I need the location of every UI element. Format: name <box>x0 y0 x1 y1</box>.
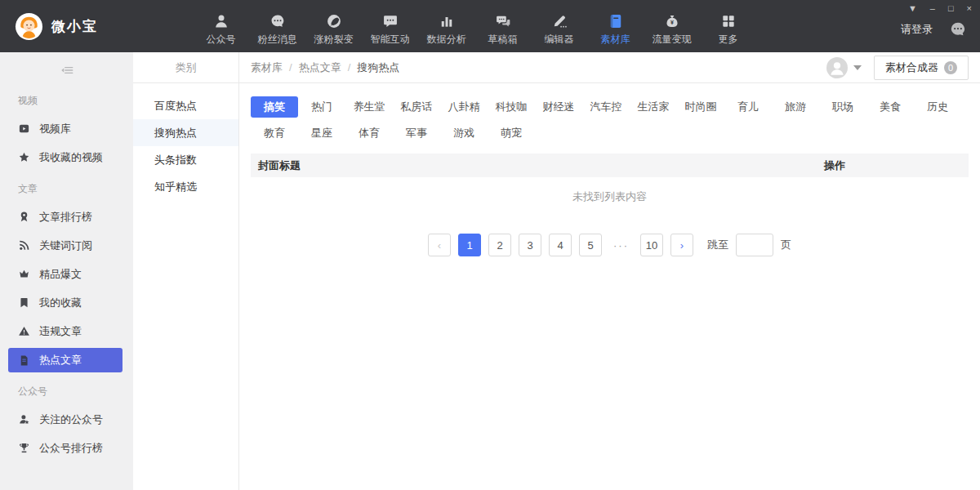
breadcrumb-item: / <box>289 61 292 74</box>
breadcrumb-item[interactable]: 素材库 <box>251 60 283 75</box>
tag[interactable]: 汽车控 <box>582 96 630 118</box>
money-bag-icon: ¥ <box>664 13 680 29</box>
tag[interactable]: 科技咖 <box>488 96 535 118</box>
page-button: ··· <box>609 234 633 256</box>
minimize-button[interactable]: – <box>930 2 935 14</box>
chat-round-icon <box>270 13 286 29</box>
page-buttons: ‹12345···10› <box>428 234 693 256</box>
tag[interactable]: 旅游 <box>772 96 819 118</box>
tag[interactable]: 军事 <box>393 122 440 144</box>
rss-icon <box>18 239 30 252</box>
medal-icon <box>18 211 30 223</box>
sidebar-item[interactable]: 我的收藏 <box>0 288 133 317</box>
pagination: ‹12345···10› 跳至 页 <box>251 234 969 256</box>
sidebar-item[interactable]: 热点文章 <box>8 348 122 372</box>
main-header: 素材库/热点文章/搜狗热点 素材合成器 0 <box>239 52 980 83</box>
tag[interactable]: 搞笑 <box>251 96 298 118</box>
page-unit-label: 页 <box>781 238 791 252</box>
chat-square-icon <box>382 13 399 29</box>
breadcrumb-item[interactable]: 热点文章 <box>299 60 341 75</box>
topnav-item[interactable]: 更多 <box>700 13 756 47</box>
topnav-item[interactable]: 编辑器 <box>531 13 587 47</box>
sidebar-item[interactable]: 公众号排行榜 <box>0 434 133 462</box>
avatar[interactable] <box>826 57 848 78</box>
topnav-item[interactable]: 智能互动 <box>362 13 418 47</box>
column-action: 操作 <box>824 158 845 173</box>
tag[interactable]: 教育 <box>251 122 298 144</box>
tag[interactable]: 私房话 <box>393 96 440 118</box>
tag[interactable]: 历史 <box>914 96 961 118</box>
tag[interactable]: 时尚圈 <box>677 96 724 118</box>
tag[interactable]: 职场 <box>819 96 866 118</box>
rocket-icon <box>326 13 342 29</box>
breadcrumb-item[interactable]: 搜狗热点 <box>357 60 399 75</box>
star-icon <box>18 151 30 163</box>
page-button[interactable]: ‹ <box>428 234 451 256</box>
sidebar-section-label: 公众号 <box>0 374 133 405</box>
tag[interactable]: 生活家 <box>630 96 677 118</box>
sidebar-item[interactable]: 关注的公众号 <box>0 405 133 434</box>
tag[interactable]: 星座 <box>298 122 345 144</box>
tag[interactable]: 萌宠 <box>488 122 535 144</box>
topbar-right: 请登录 <box>901 20 980 38</box>
tag[interactable]: 热门 <box>298 96 345 118</box>
page-button[interactable]: 3 <box>519 234 541 256</box>
category-item[interactable]: 知乎精选 <box>133 173 238 200</box>
drafts-icon <box>495 13 511 29</box>
topnav-item[interactable]: 公众号 <box>193 13 249 47</box>
page-button[interactable]: 2 <box>488 234 511 256</box>
topnav-item[interactable]: 粉丝消息 <box>249 13 305 47</box>
tag[interactable]: 财经迷 <box>535 96 582 118</box>
composer-count-badge: 0 <box>944 61 957 74</box>
trophy-icon <box>18 442 30 454</box>
header-right: 素材合成器 0 <box>826 56 969 80</box>
page-button[interactable]: 4 <box>549 234 572 256</box>
page-button[interactable]: › <box>670 234 693 256</box>
sidebar-section-label: 视频 <box>0 83 133 114</box>
category-item[interactable]: 搜狗热点 <box>133 119 238 146</box>
collapse-icon <box>60 63 74 78</box>
tag[interactable]: 八卦精 <box>440 96 488 118</box>
sidebar-item[interactable]: 违规文章 <box>0 317 133 345</box>
close-button[interactable]: × <box>967 2 972 14</box>
tag[interactable]: 育儿 <box>724 96 772 118</box>
topnav-item[interactable]: 涨粉裂变 <box>305 13 362 47</box>
document-icon <box>18 354 30 367</box>
topnav-item[interactable]: 数据分析 <box>418 13 474 47</box>
category-item[interactable]: 百度热点 <box>133 92 238 119</box>
topnav-item[interactable]: 素材库 <box>587 13 644 47</box>
jump-label: 跳至 <box>707 238 728 252</box>
topnav-item[interactable]: ¥ 流量变现 <box>644 13 700 47</box>
sidebar-item[interactable]: 关键词订阅 <box>0 231 133 260</box>
page-button[interactable]: 1 <box>458 234 481 256</box>
category-item[interactable]: 头条指数 <box>133 146 238 173</box>
top-navigation: 公众号 粉丝消息 涨粉裂变 智能互动 数据分析 <box>193 13 756 47</box>
sidebar-item[interactable]: 文章排行榜 <box>0 203 133 231</box>
svg-text:¥: ¥ <box>670 20 674 26</box>
topnav-item[interactable]: 草稿箱 <box>474 13 531 47</box>
sidebar: 视频 视频库 我收藏的视频 文章 <box>0 52 133 490</box>
material-composer-button[interactable]: 素材合成器 0 <box>874 56 969 80</box>
category-header: 类别 <box>133 52 238 83</box>
crown-icon <box>18 268 30 280</box>
maximize-button[interactable]: □ <box>948 2 954 14</box>
sidebar-collapse-button[interactable] <box>0 57 133 83</box>
tag[interactable]: 游戏 <box>440 122 488 144</box>
tag[interactable]: 养生堂 <box>345 96 393 118</box>
page-button[interactable]: 5 <box>579 234 602 256</box>
page-jump: 跳至 页 <box>707 234 791 256</box>
sidebar-item[interactable]: 精品爆文 <box>0 260 133 288</box>
book-icon <box>608 13 624 29</box>
chevron-down-icon[interactable] <box>853 65 862 70</box>
tag[interactable]: 美食 <box>866 96 914 118</box>
jump-page-input[interactable] <box>736 234 773 256</box>
tray-menu-button[interactable]: ▼ <box>908 2 917 14</box>
sidebar-item[interactable]: 视频库 <box>0 114 133 143</box>
login-button[interactable]: 请登录 <box>901 22 933 37</box>
sidebar-item[interactable]: 我收藏的视频 <box>0 143 133 172</box>
feedback-icon[interactable] <box>949 20 967 38</box>
user-star-icon <box>18 413 30 425</box>
breadcrumb: 素材库/热点文章/搜狗热点 <box>251 60 399 75</box>
tag[interactable]: 体育 <box>345 122 393 144</box>
page-button[interactable]: 10 <box>640 234 663 256</box>
